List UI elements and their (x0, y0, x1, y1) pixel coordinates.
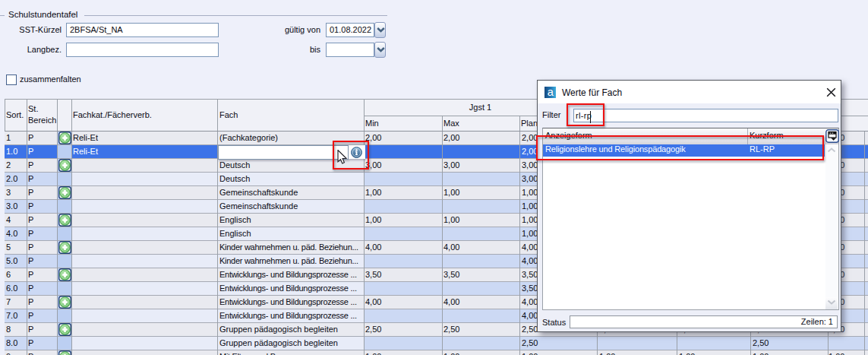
svg-text:a: a (548, 87, 554, 98)
